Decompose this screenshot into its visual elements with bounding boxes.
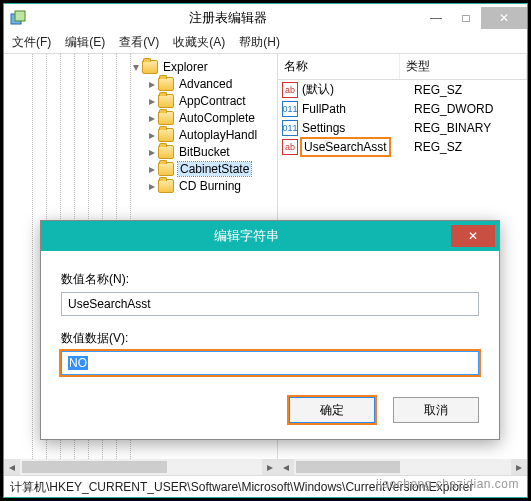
folder-icon [158, 179, 174, 193]
tree-label: Explorer [162, 60, 209, 74]
close-button[interactable]: ✕ [481, 7, 527, 29]
list-scrollbar[interactable]: ◂ ▸ [278, 459, 527, 475]
value-string-icon: ab [282, 82, 298, 98]
value-string-icon: ab [282, 139, 298, 155]
edit-string-dialog: 编辑字符串 ✕ 数值名称(N): 数值数据(V): NO 确定 取消 [40, 220, 500, 440]
value-binary-icon: 011 [282, 101, 298, 117]
app-icon [10, 10, 26, 26]
dialog-title: 编辑字符串 [41, 227, 451, 245]
tree-label: AutoComplete [178, 111, 256, 125]
expand-icon[interactable]: ▸ [146, 77, 158, 91]
menu-favorites[interactable]: 收藏夹(A) [173, 34, 225, 51]
tree-item[interactable]: ▸AutoComplete [4, 109, 277, 126]
ok-button[interactable]: 确定 [289, 397, 375, 423]
value-name: (默认) [302, 81, 414, 98]
value-type: REG_BINARY [414, 121, 527, 135]
dialog-close-button[interactable]: ✕ [451, 225, 495, 247]
value-name-label: 数值名称(N): [61, 271, 479, 288]
menu-help[interactable]: 帮助(H) [239, 34, 280, 51]
tree-item[interactable]: ▸AutoplayHandl [4, 126, 277, 143]
expand-icon[interactable]: ▸ [146, 162, 158, 176]
value-name: UseSearchAsst [302, 140, 414, 154]
maximize-button[interactable]: □ [451, 7, 481, 29]
collapse-icon[interactable]: ▾ [130, 60, 142, 74]
folder-icon [158, 77, 174, 91]
minimize-button[interactable]: — [421, 7, 451, 29]
dialog-titlebar: 编辑字符串 ✕ [41, 221, 499, 251]
folder-icon [142, 60, 158, 74]
menu-edit[interactable]: 编辑(E) [65, 34, 105, 51]
expand-icon[interactable]: ▸ [146, 145, 158, 159]
svg-rect-1 [15, 11, 25, 21]
tree-label: CD Burning [178, 179, 242, 193]
folder-icon [158, 128, 174, 142]
tree-label: AppContract [178, 94, 247, 108]
tree-item[interactable]: ▸Advanced [4, 75, 277, 92]
expand-icon[interactable]: ▸ [146, 111, 158, 125]
expand-icon[interactable]: ▸ [146, 94, 158, 108]
scroll-thumb[interactable] [22, 461, 167, 473]
expand-icon[interactable]: ▸ [146, 128, 158, 142]
value-data-selected-text: NO [68, 356, 88, 370]
value-name-input[interactable] [61, 292, 479, 316]
value-data-label: 数值数据(V): [61, 330, 479, 347]
expand-icon[interactable]: ▸ [146, 179, 158, 193]
list-row[interactable]: abUseSearchAsstREG_SZ [278, 137, 527, 156]
value-type: REG_DWORD [414, 102, 527, 116]
list-row[interactable]: 011SettingsREG_BINARY [278, 118, 527, 137]
list-row[interactable]: ab(默认)REG_SZ [278, 80, 527, 99]
menu-view[interactable]: 查看(V) [119, 34, 159, 51]
folder-icon [158, 94, 174, 108]
value-type: REG_SZ [414, 140, 527, 154]
titlebar: 注册表编辑器 — □ ✕ [4, 4, 527, 32]
col-type[interactable]: 类型 [400, 54, 527, 79]
tree-label: CabinetState [178, 162, 251, 176]
value-type: REG_SZ [414, 83, 527, 97]
tree-item[interactable]: ▸BitBucket [4, 143, 277, 160]
tree-label: AutoplayHandl [178, 128, 258, 142]
value-binary-icon: 011 [282, 120, 298, 136]
list-row[interactable]: 011FullPathREG_DWORD [278, 99, 527, 118]
menu-file[interactable]: 文件(F) [12, 34, 51, 51]
list-header: 名称 类型 [278, 54, 527, 80]
tree-item[interactable]: ▸AppContract [4, 92, 277, 109]
window-title: 注册表编辑器 [34, 9, 421, 27]
col-name[interactable]: 名称 [278, 54, 400, 79]
status-bar: 计算机\HKEY_CURRENT_USER\Software\Microsoft… [4, 475, 527, 497]
tree-scrollbar[interactable]: ◂ ▸ [4, 459, 278, 475]
tree-item[interactable]: ▸CD Burning [4, 177, 277, 194]
scroll-right-button[interactable]: ▸ [511, 459, 527, 475]
folder-icon [158, 162, 174, 176]
scroll-track[interactable] [20, 459, 262, 475]
value-name: FullPath [302, 102, 414, 116]
scroll-right-button[interactable]: ▸ [262, 459, 278, 475]
value-name: Settings [302, 121, 414, 135]
scroll-left-button[interactable]: ◂ [4, 459, 20, 475]
scroll-track[interactable] [294, 459, 511, 475]
folder-icon [158, 145, 174, 159]
cancel-button[interactable]: 取消 [393, 397, 479, 423]
tree-label: BitBucket [178, 145, 231, 159]
tree-label: Advanced [178, 77, 233, 91]
scroll-thumb[interactable] [296, 461, 400, 473]
value-data-input[interactable]: NO [61, 351, 479, 375]
tree-item[interactable]: ▸CabinetState [4, 160, 277, 177]
folder-icon [158, 111, 174, 125]
menubar: 文件(F) 编辑(E) 查看(V) 收藏夹(A) 帮助(H) [4, 32, 527, 54]
tree-item-explorer[interactable]: ▾ Explorer [4, 58, 277, 75]
scroll-left-button[interactable]: ◂ [278, 459, 294, 475]
registry-editor-window: 注册表编辑器 — □ ✕ 文件(F) 编辑(E) 查看(V) 收藏夹(A) 帮助… [3, 3, 528, 498]
